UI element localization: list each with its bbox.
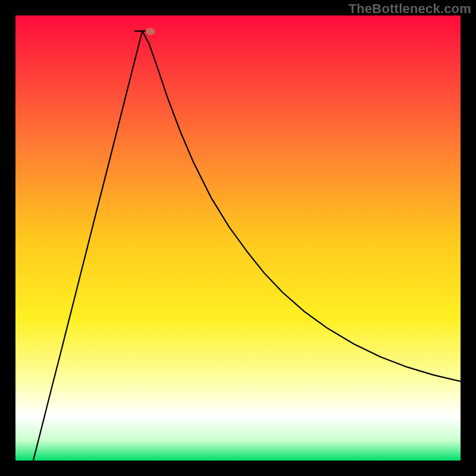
- plot-area: [15, 15, 461, 461]
- chart-frame: TheBottleneck.com: [0, 0, 476, 476]
- bottleneck-marker: [146, 28, 155, 35]
- chart-svg: [15, 15, 461, 461]
- watermark-text: TheBottleneck.com: [349, 1, 471, 17]
